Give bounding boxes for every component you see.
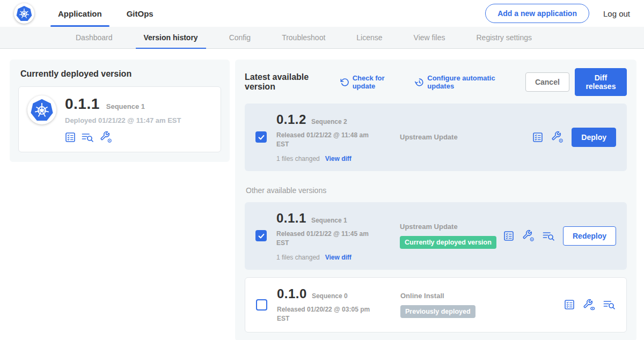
app-version-logo bbox=[27, 95, 56, 124]
deployed-version-card: 0.1.1 Sequence 1 Deployed 01/21/22 @ 11:… bbox=[18, 86, 221, 152]
file-diff-icon[interactable] bbox=[543, 231, 555, 241]
deployed-timestamp: Deployed 01/21/22 @ 11:47 am EST bbox=[65, 116, 181, 124]
version-source: Upstream Update Currently deployed versi… bbox=[382, 223, 503, 249]
version-source: Online Install Previously deployed bbox=[382, 292, 564, 318]
source-label: Upstream Update bbox=[400, 133, 532, 141]
file-diff-icon[interactable] bbox=[603, 299, 616, 310]
version-number: 0.1.0 bbox=[277, 286, 307, 301]
released-timestamp: Released 01/20/22 @ 03:05 pm EST bbox=[277, 305, 377, 324]
wrench-gear-icon[interactable] bbox=[100, 131, 112, 143]
wrench-gear-icon[interactable] bbox=[551, 131, 564, 143]
tab-application[interactable]: Application bbox=[53, 0, 107, 27]
tab-version-history[interactable]: Version history bbox=[128, 27, 214, 48]
currently-deployed-title: Currently deployed version bbox=[20, 69, 221, 79]
logout-button[interactable]: Log out bbox=[603, 9, 630, 18]
tab-dashboard[interactable]: Dashboard bbox=[60, 27, 128, 48]
version-info: 0.1.1 Sequence 1 Released 01/21/22 @ 11:… bbox=[276, 211, 382, 261]
tab-gitops[interactable]: GitOps bbox=[121, 0, 159, 27]
top-nav-tabs: Application GitOps bbox=[53, 0, 173, 27]
checklist-icon[interactable] bbox=[532, 132, 543, 143]
redeploy-button[interactable]: Redeploy bbox=[563, 226, 616, 246]
version-sequence: Sequence 2 bbox=[311, 118, 347, 125]
app-logo[interactable] bbox=[14, 3, 34, 24]
deployed-version-number: 0.1.1 bbox=[65, 95, 100, 113]
version-sequence: Sequence 1 bbox=[311, 217, 347, 224]
tab-license-label: License bbox=[356, 33, 382, 42]
tab-application-label: Application bbox=[58, 9, 102, 18]
file-diff-icon[interactable] bbox=[82, 132, 94, 143]
checklist-icon[interactable] bbox=[564, 299, 575, 310]
check-for-update-label: Check for update bbox=[353, 74, 402, 90]
version-card-0-1-0: 0.1.0 Sequence 0 Released 01/20/22 @ 03:… bbox=[245, 277, 627, 333]
add-application-button[interactable]: Add a new application bbox=[485, 4, 589, 23]
other-versions-label: Other available versions bbox=[246, 186, 627, 195]
source-label: Online Install bbox=[400, 292, 564, 300]
tab-config[interactable]: Config bbox=[214, 27, 266, 48]
released-timestamp: Released 01/21/22 @ 11:48 am EST bbox=[276, 131, 376, 150]
configure-automatic-updates-label: Configure automatic updates bbox=[427, 74, 513, 90]
source-label: Upstream Update bbox=[400, 223, 503, 231]
deployed-sequence: Sequence 1 bbox=[106, 102, 145, 110]
main-content: Currently deployed version bbox=[0, 49, 644, 340]
tab-version-history-label: Version history bbox=[144, 33, 198, 42]
previously-deployed-badge: Previously deployed bbox=[400, 305, 475, 318]
wrench-eye-icon[interactable] bbox=[583, 299, 595, 311]
version-checkbox[interactable] bbox=[255, 230, 267, 241]
files-changed-label: 1 files changed bbox=[276, 155, 320, 162]
tab-view-files[interactable]: View files bbox=[398, 27, 461, 48]
tab-registry-settings[interactable]: Registry settings bbox=[460, 27, 547, 48]
check-for-update-link[interactable]: Check for update bbox=[340, 74, 402, 90]
kubernetes-logo-icon bbox=[16, 5, 33, 22]
tab-troubleshoot-label: Troubleshoot bbox=[282, 33, 325, 42]
version-source: Upstream Update bbox=[382, 133, 532, 141]
version-info: 0.1.0 Sequence 0 Released 01/20/22 @ 03:… bbox=[277, 286, 382, 324]
released-timestamp: Released 01/21/22 @ 11:45 am EST bbox=[276, 230, 376, 248]
version-sequence: Sequence 0 bbox=[312, 292, 348, 300]
checklist-icon[interactable] bbox=[65, 132, 76, 143]
tab-license[interactable]: License bbox=[341, 27, 398, 48]
available-versions-panel: Latest available version Check for updat… bbox=[235, 60, 636, 340]
version-actions bbox=[564, 299, 616, 311]
version-actions: Redeploy bbox=[503, 226, 616, 246]
tab-troubleshoot[interactable]: Troubleshoot bbox=[266, 27, 341, 48]
wrench-gear-icon[interactable] bbox=[522, 230, 535, 242]
checklist-icon[interactable] bbox=[503, 231, 514, 241]
currently-deployed-badge: Currently deployed version bbox=[400, 236, 496, 249]
version-number: 0.1.1 bbox=[276, 211, 306, 226]
tab-view-files-label: View files bbox=[414, 33, 445, 42]
deployed-version-details: 0.1.1 Sequence 1 Deployed 01/21/22 @ 11:… bbox=[65, 95, 181, 143]
tab-config-label: Config bbox=[229, 33, 251, 42]
view-diff-link[interactable]: View diff bbox=[325, 254, 352, 261]
cancel-button[interactable]: Cancel bbox=[525, 72, 569, 92]
currently-deployed-panel: Currently deployed version bbox=[10, 60, 230, 162]
tab-dashboard-label: Dashboard bbox=[76, 33, 113, 42]
app-sub-nav: Dashboard Version history Config Trouble… bbox=[0, 27, 644, 49]
deploy-button[interactable]: Deploy bbox=[572, 128, 616, 147]
diff-releases-button[interactable]: Diff releases bbox=[575, 68, 627, 96]
files-changed-label: 1 files changed bbox=[276, 254, 320, 261]
tab-gitops-label: GitOps bbox=[127, 9, 153, 18]
top-nav-right: Add a new application Log out bbox=[485, 4, 630, 23]
version-checkbox[interactable] bbox=[256, 299, 267, 311]
kubernetes-logo-icon bbox=[30, 98, 54, 122]
version-card-0-1-1: 0.1.1 Sequence 1 Released 01/21/22 @ 11:… bbox=[245, 202, 627, 270]
tab-registry-settings-label: Registry settings bbox=[476, 33, 531, 42]
schedule-update-icon bbox=[415, 78, 424, 87]
top-nav: Application GitOps Add a new application… bbox=[0, 0, 644, 27]
version-actions: Deploy bbox=[532, 128, 616, 147]
version-info: 0.1.2 Sequence 2 Released 01/21/22 @ 11:… bbox=[276, 112, 382, 162]
version-card-0-1-2: 0.1.2 Sequence 2 Released 01/21/22 @ 11:… bbox=[245, 104, 627, 171]
version-number: 0.1.2 bbox=[276, 112, 306, 127]
refresh-icon bbox=[340, 78, 349, 87]
configure-automatic-updates-link[interactable]: Configure automatic updates bbox=[415, 74, 513, 90]
available-versions-header: Latest available version Check for updat… bbox=[245, 68, 627, 96]
view-diff-link[interactable]: View diff bbox=[325, 155, 352, 162]
latest-available-title: Latest available version bbox=[245, 72, 332, 92]
version-checkbox[interactable] bbox=[255, 131, 267, 143]
